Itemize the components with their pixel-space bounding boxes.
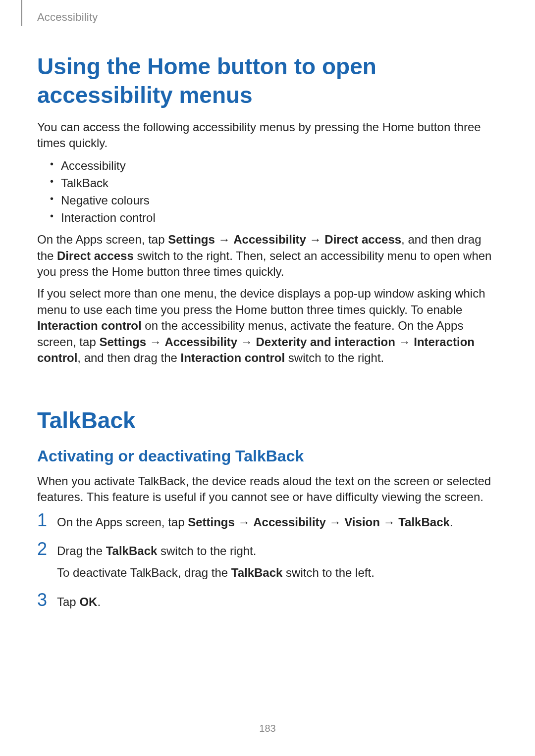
header-accent-bar: [21, 0, 22, 26]
step-item: On the Apps screen, tap Settings → Acces…: [37, 514, 498, 530]
talkback-intro-paragraph: When you activate TalkBack, the device r…: [37, 473, 498, 505]
step-subtext: To deactivate TalkBack, drag the TalkBac…: [57, 565, 498, 581]
step-item: Drag the TalkBack switch to the right. T…: [37, 543, 498, 581]
page-content: Accessibility Using the Home button to o…: [0, 0, 535, 610]
steps-list: On the Apps screen, tap Settings → Acces…: [37, 514, 498, 610]
running-header: Accessibility: [37, 11, 498, 26]
interaction-control-paragraph: If you select more than one menu, the de…: [37, 286, 498, 366]
section-title-talkback: TalkBack: [37, 406, 498, 435]
list-item: Interaction control: [50, 209, 498, 226]
accessibility-menu-list: Accessibility TalkBack Negative colours …: [50, 157, 498, 226]
section-title-home-button: Using the Home button to open accessibil…: [37, 52, 498, 109]
step-text: Tap OK.: [57, 594, 498, 610]
page-number: 183: [0, 723, 535, 734]
list-item: TalkBack: [50, 175, 498, 191]
step-item: Tap OK.: [37, 594, 498, 610]
intro-paragraph: You can access the following accessibili…: [37, 119, 498, 151]
step-text: On the Apps screen, tap Settings → Acces…: [57, 514, 498, 530]
direct-access-paragraph: On the Apps screen, tap Settings → Acces…: [37, 232, 498, 280]
list-item: Negative colours: [50, 192, 498, 208]
header-section-label: Accessibility: [37, 11, 98, 23]
subsection-activating-talkback: Activating or deactivating TalkBack: [37, 447, 498, 465]
list-item: Accessibility: [50, 157, 498, 174]
step-text: Drag the TalkBack switch to the right.: [57, 543, 498, 559]
